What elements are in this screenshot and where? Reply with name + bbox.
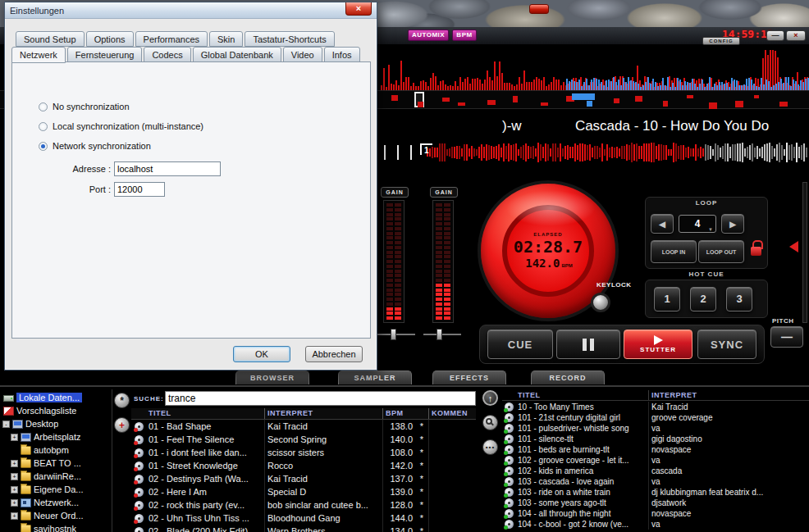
playlist-row[interactable]: 101 - silence-tltgigi dagostino: [502, 434, 809, 444]
table-row[interactable]: 02 - Destinys Path (Wa...Kai Tracid137.0…: [131, 472, 476, 485]
playlist-row[interactable]: 102 - kids in americacascada: [502, 466, 809, 476]
column-header-bpm[interactable]: BPM: [382, 408, 415, 419]
column-header-interpret[interactable]: INTERPRET: [648, 390, 809, 400]
table-row[interactable]: 02 - Here I AmSpecial D139.0*: [131, 485, 476, 498]
playlist-row[interactable]: 101 - 21st century digital girlgroove co…: [502, 412, 809, 423]
dialog-tab-global-datenbank[interactable]: Global Datenbank: [193, 47, 281, 62]
loop-out-button[interactable]: LOOP OUT: [698, 240, 744, 263]
hot-cue-button-2[interactable]: 2: [690, 287, 716, 311]
column-header-kommen[interactable]: KOMMEN: [428, 408, 476, 419]
cue-button[interactable]: CUE: [487, 330, 553, 359]
loop-halve-button[interactable]: ◀: [651, 214, 674, 234]
table-row[interactable]: 01 - i dont feel like dan...scissor sist…: [131, 446, 476, 459]
ok-button[interactable]: OK: [233, 346, 290, 362]
tree-expander[interactable]: +: [11, 499, 18, 507]
playlist-row[interactable]: 101 - beds are burning-tltnovaspace: [502, 444, 809, 455]
loop-in-button[interactable]: LOOP IN: [651, 240, 697, 263]
tree-expander[interactable]: +: [11, 473, 18, 480]
dialog-tab-options[interactable]: Options: [86, 31, 134, 47]
tree-expander[interactable]: +: [11, 434, 18, 441]
tree-item-arbeitsplatz[interactable]: +Arbeitsplatz: [0, 430, 112, 443]
dialog-tab-tastatur-shortcuts[interactable]: Tastatur-Shortcuts: [245, 31, 334, 47]
tab-record[interactable]: RECORD: [531, 371, 605, 384]
tree-expander[interactable]: +: [11, 460, 18, 467]
table-row[interactable]: 01 - Feel The SilenceSecond Spring140.0*: [131, 433, 476, 446]
stutter-play-button[interactable]: STUTTER: [624, 330, 692, 359]
playlist-row[interactable]: 101 - pulsedriver- whistle songva: [502, 423, 809, 434]
column-header-titel[interactable]: TITEL: [146, 408, 264, 419]
radio-option-network-synchronization[interactable]: Network synchronization: [39, 139, 151, 152]
dialog-tab-video[interactable]: Video: [283, 47, 322, 62]
minimize-button[interactable]: —: [766, 30, 784, 41]
tree-expander[interactable]: +: [11, 486, 18, 493]
table-row[interactable]: 01 - Street KnowledgeRocco142.0*: [131, 459, 476, 472]
table-row[interactable]: 02 - Uhn Tiss Uhn Tiss ...Bloodhound Gan…: [131, 512, 476, 525]
pause-button[interactable]: [556, 330, 620, 359]
search-circle-button[interactable]: [482, 415, 498, 430]
skin-red-button[interactable]: [529, 4, 549, 14]
dialog-tab-infos[interactable]: Infos: [324, 47, 360, 62]
cancel-button[interactable]: Abbrechen: [305, 346, 363, 362]
table-row[interactable]: 02 - Blade (200 Mix Edit)Warp Brothers13…: [131, 525, 476, 532]
column-header-titel[interactable]: TITEL: [515, 390, 648, 400]
tree-item-savihostnk[interactable]: savihostnk: [0, 522, 112, 532]
adresse-field[interactable]: [114, 161, 221, 176]
bpm-button[interactable]: BPM: [452, 30, 477, 41]
tab-browser[interactable]: BROWSER: [235, 371, 309, 384]
scroll-up-button[interactable]: ↑: [482, 390, 498, 406]
port-field[interactable]: [114, 182, 165, 197]
pitch-slider-track[interactable]: [802, 182, 807, 323]
dialog-tab-netzwerk[interactable]: Netzwerk: [11, 47, 66, 63]
keylock-knob[interactable]: [591, 293, 610, 312]
tree-item-vorschlagsliste[interactable]: Vorschlagsliste: [0, 404, 112, 417]
automix-button[interactable]: AUTOMIX: [408, 30, 449, 41]
slider-handle[interactable]: [436, 329, 442, 340]
dialog-titlebar[interactable]: Einstellungen ×: [5, 2, 377, 19]
gain-slider-b[interactable]: [423, 328, 461, 341]
loop-double-button[interactable]: ▶: [721, 214, 744, 234]
dialog-tab-fernsteuerung[interactable]: Fernsteuerung: [67, 47, 143, 62]
dialog-tab-performances[interactable]: Performances: [135, 31, 208, 47]
config-button[interactable]: CONFIG: [702, 37, 740, 45]
slider-handle[interactable]: [391, 329, 396, 340]
column-header-interpret[interactable]: INTERPRET: [264, 408, 382, 419]
browser-options-button[interactable]: *: [114, 393, 130, 408]
add-button[interactable]: +: [114, 417, 130, 433]
dialog-tab-codecs[interactable]: Codecs: [144, 47, 190, 62]
playlist-row[interactable]: 103 - cascada - love againva: [502, 476, 809, 487]
close-button[interactable]: ×: [786, 30, 806, 41]
tree-item-lokale-daten[interactable]: Lokale Daten...: [0, 391, 112, 404]
tree-item-desktop[interactable]: -Desktop: [0, 417, 112, 430]
tree-expander[interactable]: +: [11, 512, 18, 520]
hot-cue-button-3[interactable]: 3: [726, 287, 752, 311]
radio-option-no-synchronization[interactable]: No synchronization: [39, 100, 130, 113]
dialog-close-button[interactable]: ×: [345, 2, 372, 16]
gain-slider-a[interactable]: [377, 328, 415, 341]
playlist-row[interactable]: 10 - Too Many TimesKai Tracid: [502, 402, 809, 412]
playlist-row[interactable]: 102 - groove coverage - let it...va: [502, 455, 809, 466]
loop-length-select[interactable]: 4▼: [679, 215, 716, 233]
tree-item-eigene-da[interactable]: +Eigene Da...: [0, 483, 112, 496]
tree-item-netzwerk[interactable]: +Netzwerk...: [0, 496, 112, 509]
sync-button[interactable]: SYNC: [697, 330, 756, 359]
more-button[interactable]: •••: [482, 439, 498, 455]
playlist-row[interactable]: 104 - all through the nightnovaspace: [502, 508, 809, 519]
hot-cue-button-1[interactable]: 1: [654, 287, 680, 311]
tree-item-darwiinre[interactable]: +darwiinRe...: [0, 470, 112, 483]
tab-sampler[interactable]: SAMPLER: [338, 371, 412, 384]
smart-lock-icon[interactable]: [751, 240, 762, 257]
table-row[interactable]: 01 - Bad ShapeKai Tracid138.0*: [131, 420, 476, 433]
dialog-tab-sound-setup[interactable]: Sound Setup: [16, 31, 85, 47]
radio-option-local-synchronization-multi-instance[interactable]: Local synchronization (multi-instance): [39, 120, 203, 133]
tree-expander[interactable]: -: [2, 421, 10, 428]
playlist-row[interactable]: 103 - ride on a white traindj klubbingma…: [502, 487, 809, 498]
playlist-row[interactable]: 104 - c-bool - got 2 know (ve...va: [502, 519, 809, 530]
pitch-bend-minus-button[interactable]: —: [770, 326, 803, 348]
dialog-tab-skin[interactable]: Skin: [209, 31, 243, 47]
playlist-row[interactable]: 103 - some years ago-tltdjsatwork: [502, 498, 809, 508]
tree-item-neuer-ord[interactable]: +Neuer Ord...: [0, 509, 112, 522]
table-row[interactable]: 02 - rock this party (ev...bob sinclar a…: [131, 498, 476, 512]
tab-effects[interactable]: EFFECTS: [432, 371, 506, 384]
tree-item-autobpm[interactable]: autobpm: [0, 443, 112, 457]
tree-item-beat-to[interactable]: +BEAT TO ...: [0, 457, 112, 470]
